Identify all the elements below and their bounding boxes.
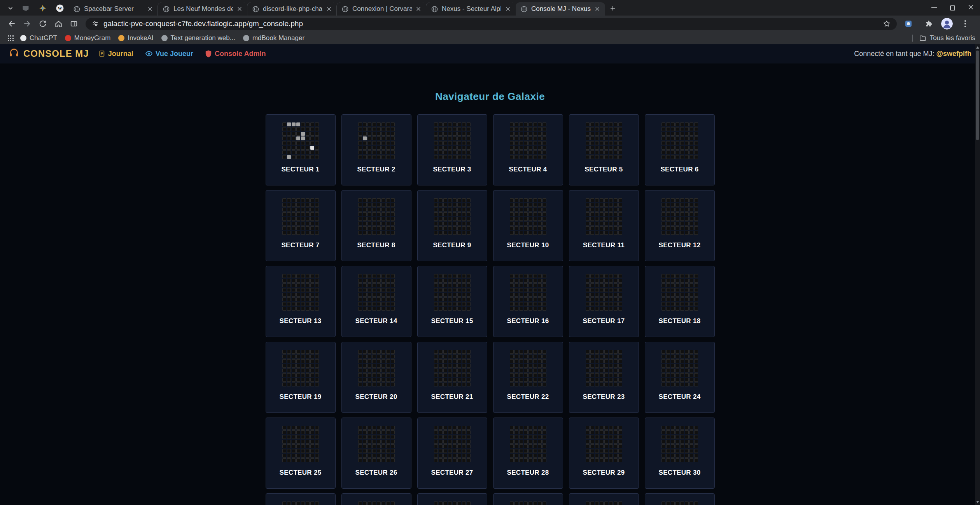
pinned-tab[interactable]: [34, 2, 51, 16]
browser-tab[interactable]: Connexion | Corvara: [337, 2, 426, 16]
sector-card[interactable]: SECTEUR 15: [417, 266, 487, 337]
address-bar[interactable]: galactic-pve-conquest-c7fe.dev.flatlogic…: [86, 18, 897, 30]
tab-close-icon[interactable]: [415, 6, 422, 12]
sector-tile: [457, 226, 461, 230]
new-tab-button[interactable]: [605, 2, 621, 16]
sector-card[interactable]: SECTEUR 20: [341, 342, 411, 413]
sector-tile: [310, 288, 314, 292]
sector-tile: [377, 208, 381, 211]
side-panel-button[interactable]: [66, 16, 82, 31]
site-settings-button[interactable]: [92, 20, 99, 27]
sector-tile: [315, 355, 319, 358]
sector-card[interactable]: SECTEUR 1: [266, 114, 336, 185]
sector-card[interactable]: SECTEUR 29: [569, 418, 639, 489]
extensions-button[interactable]: [921, 16, 936, 31]
sector-card[interactable]: SECTEUR 3: [417, 114, 487, 185]
tab-close-icon[interactable]: [505, 6, 511, 12]
sector-tile: [519, 454, 523, 458]
close-window-button[interactable]: [962, 0, 980, 16]
sector-card[interactable]: SECTEUR 10: [493, 190, 563, 261]
sector-tile: [528, 378, 532, 382]
sector-tile: [439, 364, 443, 368]
bookmark-star-button[interactable]: [883, 20, 891, 28]
sector-card[interactable]: SECTEUR 33: [417, 493, 487, 505]
sector-tile: [453, 279, 457, 283]
bookmark-item[interactable]: InvokeAI: [114, 33, 157, 43]
sector-card[interactable]: SECTEUR 16: [493, 266, 563, 337]
nav-item-console-admin[interactable]: Console Admin: [205, 50, 266, 58]
sector-card[interactable]: SECTEUR 32: [341, 493, 411, 505]
sector-card[interactable]: SECTEUR 35: [569, 493, 639, 505]
back-button[interactable]: [4, 16, 19, 31]
sector-card[interactable]: SECTEUR 22: [493, 342, 563, 413]
sector-card[interactable]: SECTEUR 30: [645, 418, 715, 489]
pinned-tab[interactable]: [17, 2, 34, 16]
sector-card[interactable]: SECTEUR 7: [266, 190, 336, 261]
sector-card[interactable]: SECTEUR 24: [645, 342, 715, 413]
tab-close-icon[interactable]: [594, 6, 600, 12]
sector-tile: [604, 141, 608, 145]
sector-card[interactable]: SECTEUR 28: [493, 418, 563, 489]
sector-tile: [306, 355, 310, 358]
sector-card[interactable]: SECTEUR 23: [569, 342, 639, 413]
sector-card[interactable]: SECTEUR 14: [341, 266, 411, 337]
bookmark-item[interactable]: Text generation web...: [158, 33, 239, 43]
sector-card[interactable]: SECTEUR 27: [417, 418, 487, 489]
home-button[interactable]: [51, 16, 66, 31]
bookmark-item[interactable]: MoneyGram: [61, 33, 115, 43]
sector-tile: [519, 150, 523, 154]
minimize-button[interactable]: [925, 0, 943, 16]
scrollbar-up-arrow-icon[interactable]: [976, 46, 979, 49]
sector-card[interactable]: SECTEUR 12: [645, 190, 715, 261]
all-bookmarks-button[interactable]: Tous les favoris: [912, 34, 975, 42]
sector-tile: [685, 502, 689, 505]
pinned-tab[interactable]: W: [51, 2, 68, 16]
scrollbar-down-arrow-icon[interactable]: [976, 501, 979, 503]
sector-tile: [292, 297, 296, 301]
sector-tile: [604, 288, 608, 292]
sector-card[interactable]: SECTEUR 4: [493, 114, 563, 185]
sector-card[interactable]: SECTEUR 9: [417, 190, 487, 261]
maximize-button[interactable]: [943, 0, 962, 16]
sector-card[interactable]: SECTEUR 26: [341, 418, 411, 489]
sector-tile: [443, 146, 447, 150]
sector-tile: [462, 150, 466, 154]
sector-card[interactable]: SECTEUR 6: [645, 114, 715, 185]
sector-card[interactable]: SECTEUR 2: [341, 114, 411, 185]
apps-button[interactable]: [5, 33, 16, 43]
tab-close-icon[interactable]: [147, 6, 153, 12]
sector-card[interactable]: SECTEUR 19: [266, 342, 336, 413]
page-scrollbar[interactable]: [975, 44, 980, 505]
sector-card[interactable]: SECTEUR 25: [266, 418, 336, 489]
app-brand: CONSOLE MJ: [9, 47, 89, 60]
sector-card[interactable]: SECTEUR 11: [569, 190, 639, 261]
scrollbar-thumb[interactable]: [976, 51, 979, 140]
sector-card[interactable]: SECTEUR 8: [341, 190, 411, 261]
browser-tab[interactable]: Spacebar Server: [68, 2, 158, 16]
sector-card[interactable]: SECTEUR 31: [266, 493, 336, 505]
sector-card[interactable]: SECTEUR 18: [645, 266, 715, 337]
sector-card[interactable]: SECTEUR 36: [645, 493, 715, 505]
browser-tab[interactable]: Nexus - Secteur Alpha [G1]: [426, 2, 516, 16]
sector-card[interactable]: SECTEUR 5: [569, 114, 639, 185]
browser-tab[interactable]: discord-like-php-chat-7262.de...: [247, 2, 337, 16]
sector-card[interactable]: SECTEUR 17: [569, 266, 639, 337]
tab-close-icon[interactable]: [236, 6, 243, 12]
reload-button[interactable]: [35, 16, 51, 31]
tab-close-icon[interactable]: [326, 6, 332, 12]
sector-card[interactable]: SECTEUR 13: [266, 266, 336, 337]
bookmark-item[interactable]: mdBook Manager: [239, 33, 308, 43]
sector-tile: [306, 222, 310, 225]
sector-card[interactable]: SECTEUR 34: [493, 493, 563, 505]
browser-tab[interactable]: Console MJ - Nexus: [516, 2, 605, 16]
browser-tab[interactable]: Les Neuf Mondes de la Mythol...: [158, 2, 247, 16]
forward-button[interactable]: [19, 16, 35, 31]
profile-avatar[interactable]: [941, 18, 953, 30]
browser-menu-button[interactable]: [957, 16, 973, 31]
pinned-extension-button[interactable]: [901, 16, 916, 31]
bookmark-item[interactable]: ChatGPT: [16, 33, 61, 43]
tab-search-button[interactable]: [4, 2, 17, 16]
nav-item-vue-joueur[interactable]: Vue Joueur: [145, 50, 193, 58]
sector-card[interactable]: SECTEUR 21: [417, 342, 487, 413]
nav-item-journal[interactable]: Journal: [98, 50, 133, 58]
